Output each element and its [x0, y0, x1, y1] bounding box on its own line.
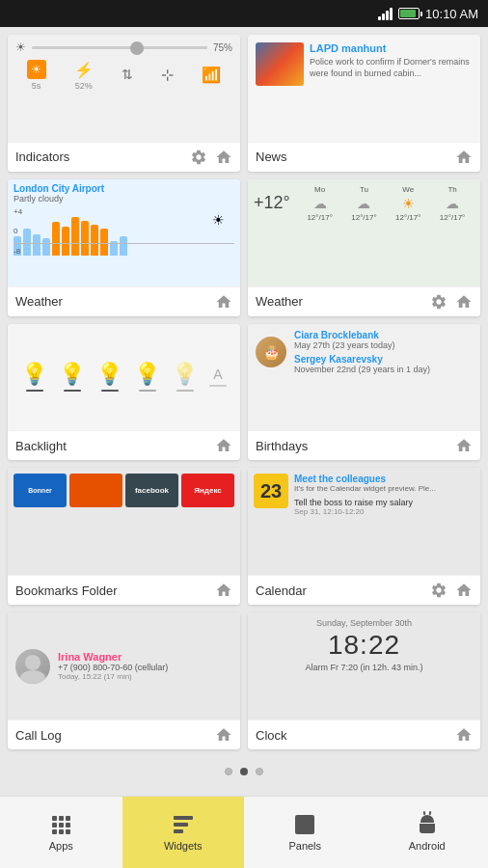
home-icon[interactable] — [455, 726, 473, 744]
home-icon[interactable] — [215, 293, 232, 311]
cal-event-title-1: Meet the colleagues — [294, 474, 474, 484]
weather1-condition: Partly cloudy — [14, 194, 234, 203]
gear-icon[interactable] — [190, 149, 207, 166]
widget-backlight[interactable]: 💡 💡 💡 💡 💡 A — [8, 324, 240, 461]
nav-android[interactable]: Android — [366, 797, 489, 868]
cal-event-time: Sep 31, 12:10-12:20 — [294, 507, 474, 516]
widget-calllog[interactable]: Irina Wagner +7 (900) 800-70-60 (cellula… — [8, 612, 240, 749]
calendar-day: 23 — [254, 474, 288, 508]
news-body: Police work to confirm if Dorner's remai… — [310, 57, 473, 79]
widget-news[interactable]: LAPD manhunt Police work to confirm if D… — [248, 35, 480, 172]
home-icon[interactable] — [455, 437, 473, 454]
weather2-days: Mo ☁ 12°/17° Tu ☁ 12°/17° We ☀ 12°/17° — [298, 185, 474, 222]
backlight-label: Backlight — [15, 439, 67, 453]
bulb-1: 💡 — [21, 362, 47, 392]
call-avatar — [15, 649, 50, 684]
bookmarks-preview: Bonner facebook Яндекс — [8, 468, 240, 575]
bulb-4: 💡 — [134, 362, 160, 392]
signal-icon — [378, 7, 393, 20]
bookmarks-label: Bookmarks Folder — [15, 583, 117, 598]
nav-widgets-label: Widgets — [164, 840, 203, 852]
page-indicators — [0, 757, 488, 786]
clock-date: Sunday, September 30th — [256, 618, 473, 628]
widgets-icon — [174, 816, 193, 833]
calllog-footer: Call Log — [8, 719, 240, 749]
news-headline: LAPD manhunt — [310, 42, 473, 54]
widget-weather1[interactable]: London City Airport Partly cloudy ☀ +4 — [8, 179, 240, 316]
svg-point-0 — [25, 655, 41, 670]
weather2-label: Weather — [256, 294, 303, 309]
clock-time: 18:22 — [256, 630, 473, 661]
widget-bookmarks[interactable]: Bonner facebook Яндекс Bookmarks Folder — [8, 468, 240, 605]
home-icon[interactable] — [455, 293, 473, 311]
news-image — [256, 42, 304, 86]
weather2-temp: +12° — [254, 193, 290, 213]
cal-event-body-1: It's for the Calendar widget preview. Pl… — [294, 484, 474, 494]
birthday-avatar-1: 🎂 — [256, 337, 286, 367]
birthday-name-2: Sergey Kasarevsky — [294, 354, 473, 365]
birthdays-label: Birthdays — [256, 439, 308, 453]
home-icon[interactable] — [215, 149, 232, 166]
widget-indicators[interactable]: ☀ 75% ☀ 5s ⚡ 52% ⇅ — [8, 35, 240, 172]
backlight-footer: Backlight — [8, 430, 240, 460]
calllog-label: Call Log — [15, 728, 62, 743]
widget-calendar[interactable]: 23 Meet the colleagues It's for the Cale… — [248, 468, 480, 605]
nav-apps[interactable]: Apps — [0, 797, 122, 868]
page-dot-3[interactable] — [256, 768, 263, 775]
weather1-preview: London City Airport Partly cloudy ☀ +4 — [8, 179, 240, 286]
news-label: News — [256, 149, 287, 164]
bottom-nav: Apps Widgets Panels Android — [0, 796, 488, 868]
gear-icon[interactable] — [430, 293, 447, 311]
page-dot-1[interactable] — [225, 768, 232, 775]
birthdays-footer: Birthdays — [248, 430, 480, 460]
nav-widgets[interactable]: Widgets — [122, 797, 245, 868]
page-dot-2[interactable] — [240, 768, 248, 775]
home-icon[interactable] — [215, 437, 232, 454]
bookmark-orange — [69, 474, 122, 507]
home-icon[interactable] — [455, 149, 473, 166]
call-name: Irina Wagner — [58, 651, 168, 663]
widget-grid: ☀ 75% ☀ 5s ⚡ 52% ⇅ — [0, 27, 488, 757]
clock-alarm: Alarm Fr 7:20 (in 12h. 43 min.) — [256, 663, 473, 672]
weather-chart: ☀ +4 0 -8 — [14, 207, 234, 256]
indicators-footer: Indicators — [8, 142, 240, 172]
ind-battery: ⚡ 52% — [74, 61, 94, 91]
status-bar: 10:10 AM — [0, 0, 488, 27]
nav-panels[interactable]: Panels — [244, 797, 366, 868]
bulb-2: 💡 — [59, 362, 85, 392]
home-icon[interactable] — [455, 582, 473, 599]
home-icon[interactable] — [215, 582, 232, 599]
calendar-preview: 23 Meet the colleagues It's for the Cale… — [248, 468, 480, 575]
bookmark-bonner: Bonner — [14, 474, 67, 507]
weather1-location: London City Airport — [14, 183, 234, 194]
widget-birthdays[interactable]: 🎂 Ciara Brocklebank May 27th (23 years t… — [248, 324, 480, 461]
bulb-5: 💡 — [172, 362, 198, 392]
android-icon — [418, 815, 437, 834]
calendar-footer: Calendar — [248, 575, 480, 605]
brightness-slider[interactable] — [32, 46, 207, 49]
clock-preview: Sunday, September 30th 18:22 Alarm Fr 7:… — [248, 612, 480, 719]
clock-label: Clock — [256, 728, 287, 743]
cal-event-salary: Tell the boss to raise my salary — [294, 498, 474, 507]
birthday-name-1: Ciara Brocklebank — [294, 330, 473, 340]
svg-point-1 — [20, 670, 45, 684]
nav-panels-label: Panels — [288, 840, 321, 852]
birthdays-preview: 🎂 Ciara Brocklebank May 27th (23 years t… — [248, 324, 480, 431]
bulb-6: A — [209, 366, 227, 387]
birthday-date-1: May 27th (23 years today) — [294, 340, 473, 350]
gear-icon[interactable] — [430, 582, 447, 599]
ind-brightness: ☀ 5s — [27, 60, 46, 91]
weather-sun-icon: ☀ — [212, 212, 225, 228]
apps-icon — [52, 816, 70, 834]
brightness-pct: 75% — [213, 42, 232, 53]
calllog-preview: Irina Wagner +7 (900) 800-70-60 (cellula… — [8, 612, 240, 719]
home-icon[interactable] — [215, 726, 232, 744]
widget-clock[interactable]: Sunday, September 30th 18:22 Alarm Fr 7:… — [248, 612, 480, 749]
calendar-label: Calendar — [256, 583, 307, 598]
call-time: Today, 15:22 (17 min) — [58, 672, 168, 681]
status-time: 10:10 AM — [425, 7, 478, 21]
brightness-icon: ☀ — [15, 41, 26, 54]
ind-signal: 📶 — [202, 66, 221, 86]
battery-icon — [398, 8, 420, 19]
widget-weather2[interactable]: +12° Mo ☁ 12°/17° Tu ☁ 12°/17° We ☀ — [248, 179, 480, 316]
